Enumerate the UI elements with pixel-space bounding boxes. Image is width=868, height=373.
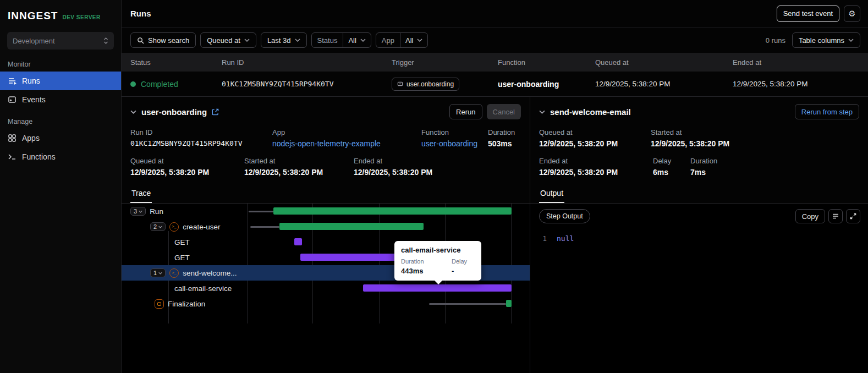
trace-bar[interactable] bbox=[250, 226, 279, 228]
sidebar-item-label: Functions bbox=[22, 152, 56, 161]
page-title: Runs bbox=[130, 9, 151, 18]
tab-output[interactable]: Output bbox=[539, 184, 564, 203]
status-dot-icon bbox=[130, 81, 136, 87]
function-label: Function bbox=[421, 128, 488, 136]
tooltip-duration-value: 443ms bbox=[401, 267, 452, 275]
trace-bar[interactable] bbox=[363, 284, 512, 292]
trigger-badge[interactable]: user.onboarding bbox=[392, 78, 459, 91]
show-search-button[interactable]: Show search bbox=[130, 32, 196, 48]
chevron-down-icon bbox=[158, 226, 162, 228]
status-filter[interactable]: Status All bbox=[311, 32, 371, 48]
collapse-run-chevron-icon[interactable] bbox=[130, 110, 136, 114]
table-row[interactable]: Completed 01KC1ZMSBNY9ZQT415RP94K0TV use… bbox=[122, 72, 868, 96]
step-ended-at-value: 12/9/2025, 5:38:20 PM bbox=[539, 168, 653, 177]
external-link-icon[interactable] bbox=[212, 108, 219, 116]
sidebar-item-apps[interactable]: Apps bbox=[0, 129, 121, 147]
output-code: 1 null bbox=[530, 228, 868, 249]
step-started-at-label: Started at bbox=[651, 128, 729, 136]
chevron-down-icon bbox=[360, 39, 366, 42]
queued-at-label: Queued at bbox=[130, 157, 244, 165]
filter-bar: Show search Queued at Last 3d Status All… bbox=[122, 28, 868, 53]
sidebar-item-functions[interactable]: Functions bbox=[0, 147, 121, 166]
run-status-cell: Completed bbox=[130, 80, 222, 89]
trace-bar[interactable] bbox=[300, 254, 405, 261]
app-label: App bbox=[272, 128, 421, 136]
column-header-function: Function bbox=[498, 58, 595, 67]
run-id-cell: 01KC1ZMSBNY9ZQT415RP94K0TV bbox=[222, 80, 392, 88]
gear-icon: ⚙ bbox=[848, 9, 855, 18]
output-section: Step Output Copy bbox=[530, 204, 868, 373]
collapse-step-chevron-icon[interactable] bbox=[539, 110, 545, 114]
sidebar-item-events[interactable]: Events bbox=[0, 90, 121, 109]
app-filter-label: App bbox=[376, 33, 400, 47]
environment-select[interactable]: Development bbox=[7, 32, 114, 50]
status-filter-value[interactable]: All bbox=[343, 33, 370, 47]
expand-icon bbox=[850, 213, 856, 220]
trace-bar[interactable] bbox=[294, 238, 302, 245]
step-panel: send-welcome-email Rerun from step Queue… bbox=[530, 97, 868, 373]
step-ended-at-label: Ended at bbox=[539, 157, 653, 165]
sidebar-section-manage: Manage bbox=[0, 109, 121, 129]
app-link[interactable]: nodejs-open-telemetry-example bbox=[272, 139, 421, 148]
status-label: Completed bbox=[141, 80, 178, 89]
step-started-at-value: 12/9/2025, 5:38:20 PM bbox=[651, 139, 729, 148]
app-filter[interactable]: App All bbox=[376, 32, 428, 48]
chevron-down-icon bbox=[244, 39, 250, 42]
step-duration-value: 7ms bbox=[690, 168, 717, 177]
queued-at-filter[interactable]: Queued at bbox=[200, 32, 256, 48]
sidebar-item-label: Apps bbox=[22, 134, 40, 142]
started-at-label: Started at bbox=[244, 157, 354, 165]
trace-row-run[interactable]: 3 Run bbox=[122, 204, 530, 219]
trace-bar[interactable] bbox=[429, 303, 506, 305]
step-run-icon: >_ bbox=[169, 222, 179, 232]
duration-value: 503ms bbox=[488, 139, 515, 148]
select-chevrons-icon bbox=[103, 37, 108, 45]
table-columns-button[interactable]: Table columns bbox=[792, 32, 860, 48]
search-icon bbox=[137, 37, 144, 44]
step-panel-tabs: Output bbox=[530, 184, 868, 204]
rerun-from-step-button[interactable]: Rerun from step bbox=[795, 104, 859, 119]
step-run-icon: >_ bbox=[169, 268, 179, 278]
step-queued-at-label: Queued at bbox=[539, 128, 651, 136]
tooltip-delay-value: - bbox=[452, 267, 467, 275]
tooltip-title: call-email-service bbox=[401, 246, 475, 254]
trace-bar[interactable] bbox=[506, 300, 512, 307]
step-delay-label: Delay bbox=[653, 157, 690, 165]
column-header-run-id: Run ID bbox=[222, 58, 392, 67]
run-id-value: 01KC1ZMSBNY9ZQT415RP94K0TV bbox=[130, 139, 272, 147]
settings-button[interactable]: ⚙ bbox=[844, 6, 860, 22]
rerun-button[interactable]: Rerun bbox=[449, 104, 482, 119]
function-link[interactable]: user-onboarding bbox=[421, 139, 488, 148]
trace-bar[interactable] bbox=[273, 207, 512, 215]
chevron-down-icon bbox=[295, 39, 300, 42]
step-delay-value: 6ms bbox=[653, 168, 690, 177]
collapse-badge[interactable]: 1 bbox=[150, 268, 166, 277]
step-output-pill[interactable]: Step Output bbox=[539, 209, 590, 223]
cancel-button[interactable]: Cancel bbox=[487, 104, 521, 119]
sidebar-section-monitor: Monitor bbox=[0, 52, 121, 72]
collapse-badge[interactable]: 3 bbox=[130, 207, 146, 216]
app-filter-value[interactable]: All bbox=[400, 33, 427, 47]
column-header-ended-at: Ended at bbox=[733, 58, 859, 67]
trace-row-create-user[interactable]: 2 >_ create-user bbox=[122, 219, 530, 234]
code-line-number: 1 bbox=[539, 234, 547, 243]
trace-row-finalization[interactable]: Finalization bbox=[122, 296, 530, 311]
sidebar-item-runs[interactable]: Runs bbox=[0, 72, 121, 90]
trace-row-call-email-service[interactable]: call-email-service bbox=[122, 281, 530, 296]
expand-output-button[interactable] bbox=[846, 209, 860, 223]
collapse-badge[interactable]: 2 bbox=[150, 222, 166, 231]
wrap-lines-button[interactable] bbox=[828, 209, 843, 223]
runs-count: 0 runs bbox=[766, 36, 785, 45]
run-id-label: Run ID bbox=[130, 128, 272, 136]
copy-button[interactable]: Copy bbox=[795, 209, 825, 223]
dev-server-badge: DEV SERVER bbox=[62, 14, 100, 20]
sidebar-item-label: Events bbox=[22, 95, 46, 104]
send-test-event-button[interactable]: Send test event bbox=[777, 6, 839, 22]
trace-bar[interactable] bbox=[279, 223, 423, 230]
trace-bar[interactable] bbox=[249, 211, 273, 212]
tab-trace[interactable]: Trace bbox=[130, 184, 152, 203]
time-range-filter[interactable]: Last 3d bbox=[261, 32, 307, 48]
run-panel-title: user-onboarding bbox=[141, 107, 207, 117]
queued-at-value: 12/9/2025, 5:38:20 PM bbox=[130, 168, 244, 177]
code-value: null bbox=[557, 234, 574, 243]
